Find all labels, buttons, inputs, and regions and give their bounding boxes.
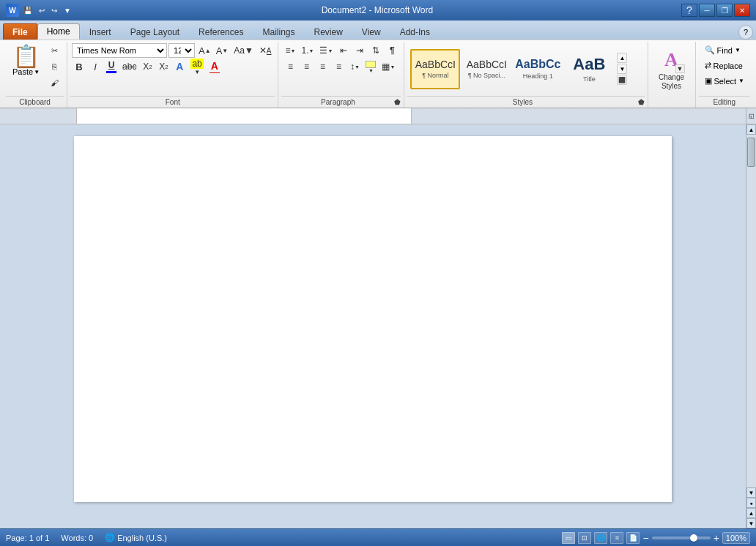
zoom-slider[interactable] (652, 536, 711, 539)
font-color-button[interactable]: A (207, 59, 222, 74)
styles-label: Styles ⬟ (407, 96, 644, 108)
increase-indent-button[interactable]: ⇥ (352, 43, 367, 58)
scroll-down-arrow[interactable]: ▼ (746, 487, 756, 498)
numbering-button[interactable]: 1.▼ (299, 43, 316, 58)
show-hide-button[interactable]: ¶ (385, 43, 399, 58)
styles-dialog-launcher[interactable]: ⬟ (638, 98, 645, 106)
style-no-spacing-preview: AaBbCcI (467, 59, 507, 70)
shrink-font-button[interactable]: A▼ (214, 43, 231, 58)
styles-group-content: AaBbCcI ¶ Normal AaBbCcI ¶ No Spaci... A… (407, 42, 644, 96)
document-scroll[interactable] (0, 124, 746, 528)
undo-quick-btn[interactable]: ↩ (37, 6, 47, 15)
tab-insert[interactable]: Insert (80, 23, 121, 40)
font-size-select[interactable]: 12 (168, 43, 195, 58)
underline-button[interactable]: U (104, 59, 119, 74)
grow-font-button[interactable]: A▲ (196, 43, 213, 58)
change-styles-button[interactable]: A ▼ ChangeStyles (653, 43, 691, 94)
para-controls: ≡▼ 1.▼ ☰▼ ⇤ ⇥ ⇅ ¶ ≡ ≡ ≡ ≡ ↕▼ (283, 43, 399, 74)
window-controls: ? ─ ❐ ✕ (681, 4, 750, 17)
bullets-button[interactable]: ≡▼ (283, 43, 297, 58)
scroll-next-page[interactable]: ▼ (746, 518, 756, 528)
tab-file[interactable]: File (3, 23, 37, 40)
scroll-thumb[interactable] (747, 138, 755, 167)
font-name-select[interactable]: Times New Rom (72, 43, 167, 58)
help-btn[interactable]: ? (681, 4, 697, 17)
superscript-button[interactable]: X2 (156, 59, 171, 74)
tab-mailings[interactable]: Mailings (253, 23, 304, 40)
style-no-spacing[interactable]: AaBbCcI ¶ No Spaci... (462, 49, 511, 89)
document-page[interactable] (74, 136, 672, 502)
tab-addins[interactable]: Add-Ins (390, 23, 440, 40)
select-button[interactable]: ▣ Select ▼ (700, 74, 749, 88)
change-styles-content: A ▼ ChangeStyles (651, 42, 692, 96)
language-icon: 🌐 (105, 533, 115, 542)
scroll-select-browse[interactable]: ● (746, 498, 756, 508)
language-btn[interactable]: 🌐 English (U.S.) (105, 533, 167, 542)
cut-button[interactable]: ✂ (46, 43, 62, 58)
paste-button[interactable]: 📋 Paste▼ (7, 43, 45, 78)
ribbon-help-btn[interactable]: ? (738, 25, 753, 40)
styles-scroll-down[interactable]: ▼ (617, 64, 627, 74)
ruler-scale[interactable] (76, 108, 412, 124)
close-btn[interactable]: ✕ (734, 4, 750, 17)
copy-button[interactable]: ⎘ (46, 59, 62, 74)
change-case-button[interactable]: Aa▼ (231, 43, 256, 58)
style-title[interactable]: AaB Title (564, 49, 614, 89)
style-normal-label: ¶ Normal (422, 72, 448, 79)
restore-btn[interactable]: ❐ (716, 4, 733, 17)
zoom-minus-btn[interactable]: − (642, 532, 648, 544)
justify-button[interactable]: ≡ (331, 59, 346, 74)
strikethrough-button[interactable]: abc (120, 59, 138, 74)
highlight-button[interactable]: ab▼ (188, 59, 205, 74)
tab-references[interactable]: References (189, 23, 253, 40)
tab-review[interactable]: Review (304, 23, 352, 40)
tab-home[interactable]: Home (37, 23, 80, 40)
tab-page-layout[interactable]: Page Layout (121, 23, 189, 40)
style-heading1-label: Heading 1 (523, 72, 553, 80)
view-outline-btn[interactable]: ≡ (610, 532, 623, 544)
styles-group: AaBbCcI ¶ Normal AaBbCcI ¶ No Spaci... A… (404, 42, 648, 108)
line-spacing-button[interactable]: ↕▼ (347, 59, 362, 74)
sort-button[interactable]: ⇅ (368, 43, 383, 58)
subscript-button[interactable]: X2 (140, 59, 155, 74)
italic-button[interactable]: I (88, 59, 103, 74)
minimize-btn[interactable]: ─ (699, 4, 715, 17)
style-title-label: Title (583, 75, 596, 83)
shading-button[interactable]: ▼ (363, 59, 378, 74)
view-print-btn[interactable]: ▭ (562, 532, 575, 544)
text-effects-button[interactable]: A (172, 59, 187, 74)
clear-formatting-button[interactable]: ✕A (257, 43, 274, 58)
align-right-button[interactable]: ≡ (315, 59, 330, 74)
align-left-button[interactable]: ≡ (283, 59, 297, 74)
align-center-button[interactable]: ≡ (299, 59, 314, 74)
view-fullscreen-btn[interactable]: ⊡ (578, 532, 591, 544)
style-normal[interactable]: AaBbCcI ¶ Normal (410, 49, 460, 89)
multilevel-button[interactable]: ☰▼ (317, 43, 335, 58)
zoom-thumb[interactable] (690, 534, 697, 542)
styles-more-btn[interactable]: ⬛ (617, 75, 627, 85)
styles-scroll-up[interactable]: ▲ (617, 53, 627, 63)
tab-view[interactable]: View (352, 23, 390, 40)
format-painter-button[interactable]: 🖌 (46, 75, 62, 90)
decrease-indent-button[interactable]: ⇤ (336, 43, 351, 58)
zoom-level[interactable]: 100% (722, 532, 750, 544)
select-icon: ▣ (705, 76, 712, 86)
bold-button[interactable]: B (72, 59, 86, 74)
customize-quick-btn[interactable]: ▼ (62, 6, 73, 15)
view-draft-btn[interactable]: 📄 (626, 532, 640, 544)
style-heading1[interactable]: AaBbCc Heading 1 (513, 49, 563, 89)
scroll-up-arrow[interactable]: ▲ (746, 124, 756, 135)
scroll-prev-page[interactable]: ▲ (746, 508, 756, 518)
ruler-corner[interactable]: ◱ (746, 108, 756, 124)
scroll-track[interactable] (746, 135, 756, 487)
find-button[interactable]: 🔍 Find ▼ (700, 43, 749, 57)
view-web-btn[interactable]: 🌐 (594, 532, 607, 544)
redo-quick-btn[interactable]: ↪ (49, 6, 59, 15)
replace-button[interactable]: ⇄ Replace (700, 59, 749, 72)
paragraph-dialog-launcher[interactable]: ⬟ (394, 98, 401, 106)
paste-label: Paste▼ (12, 67, 40, 76)
borders-button[interactable]: ▦▼ (379, 59, 397, 74)
zoom-plus-btn[interactable]: + (714, 532, 719, 544)
paste-icon: 📋 (12, 45, 40, 67)
save-quick-btn[interactable]: 💾 (21, 6, 34, 15)
